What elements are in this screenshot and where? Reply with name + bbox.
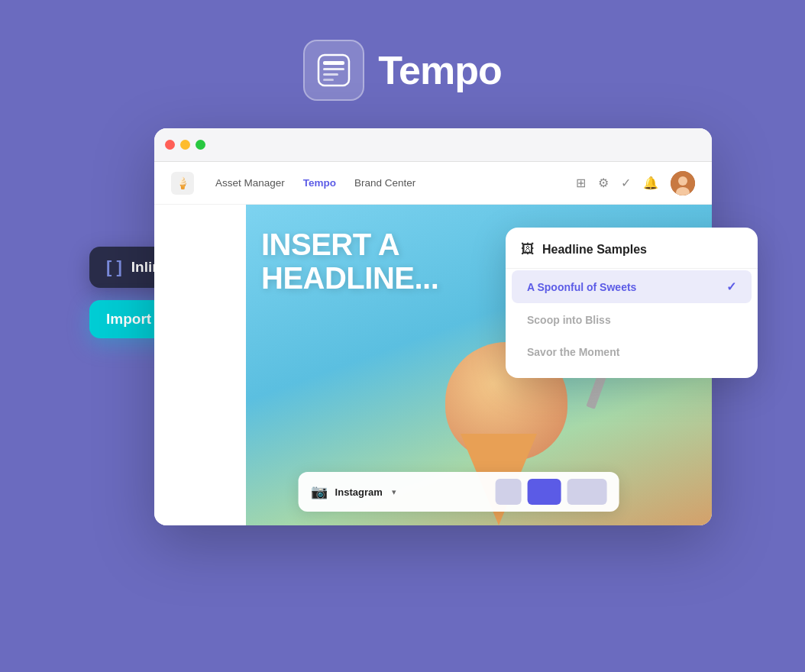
selected-check-icon: ✓ xyxy=(726,279,736,294)
nav-links: Asset Manager Tempo Brand Center xyxy=(215,177,415,189)
minimize-dot[interactable] xyxy=(180,140,190,150)
svg-rect-3 xyxy=(323,73,338,76)
hero-section: Tempo xyxy=(303,40,502,101)
headline-option-3-text: Savor the Moment xyxy=(527,346,619,358)
headline-text: INSERT A HEADLINE... xyxy=(261,228,475,295)
check-nav-icon[interactable]: ✓ xyxy=(621,176,631,190)
tempo-logo-icon xyxy=(303,40,364,101)
headline-option-2-text: Scoop into Bliss xyxy=(527,314,611,326)
panel-title: Headline Samples xyxy=(542,243,647,257)
maximize-dot[interactable] xyxy=(196,140,205,150)
user-avatar[interactable] xyxy=(671,171,695,195)
close-dot[interactable] xyxy=(165,140,175,150)
platform-label: Instagram xyxy=(335,486,383,498)
nav-asset-manager[interactable]: Asset Manager xyxy=(215,177,285,189)
grid-icon[interactable]: ⊞ xyxy=(576,176,586,190)
format-box-2[interactable] xyxy=(528,479,561,505)
nav-bar: 🍦 Asset Manager Tempo Brand Center ⊞ ⚙ ✓… xyxy=(154,162,712,205)
svg-rect-1 xyxy=(323,61,344,65)
headline-option-2[interactable]: Scoop into Bliss xyxy=(512,305,752,335)
headline-option-3[interactable]: Savor the Moment xyxy=(512,337,752,367)
left-sidebar-bg xyxy=(154,205,249,525)
panel-header: 🖼 Headline Samples xyxy=(506,241,758,269)
platform-bar: 📷 Instagram ▾ xyxy=(299,472,619,512)
format-box-1[interactable] xyxy=(496,479,522,505)
nav-tempo[interactable]: Tempo xyxy=(303,177,336,189)
headline-option-1[interactable]: A Spoonful of Sweets ✓ xyxy=(512,270,752,303)
browser-chrome xyxy=(154,128,712,162)
svg-rect-2 xyxy=(323,68,344,70)
nav-brand-center[interactable]: Brand Center xyxy=(354,177,415,189)
svg-point-6 xyxy=(678,176,687,186)
svg-rect-4 xyxy=(323,79,334,81)
app-title: Tempo xyxy=(378,47,502,93)
instagram-icon: 📷 xyxy=(311,483,328,500)
panel-image-icon: 🖼 xyxy=(521,241,535,257)
chevron-down-icon[interactable]: ▾ xyxy=(392,487,396,497)
nav-right-icons: ⊞ ⚙ ✓ 🔔 xyxy=(576,171,695,195)
bracket-icon: [ ] xyxy=(106,257,122,277)
scene-wrapper: [ ] Inline Editor Import Data → 🍦 Asset … xyxy=(154,128,712,525)
format-box-3[interactable] xyxy=(567,479,607,505)
headline-option-1-text: A Spoonful of Sweets xyxy=(527,281,636,293)
settings-icon[interactable]: ⚙ xyxy=(598,176,609,190)
bell-icon[interactable]: 🔔 xyxy=(643,176,658,190)
format-options xyxy=(496,479,607,505)
headline-samples-panel: 🖼 Headline Samples A Spoonful of Sweets … xyxy=(506,228,758,378)
nav-logo-icon: 🍦 xyxy=(171,172,194,195)
